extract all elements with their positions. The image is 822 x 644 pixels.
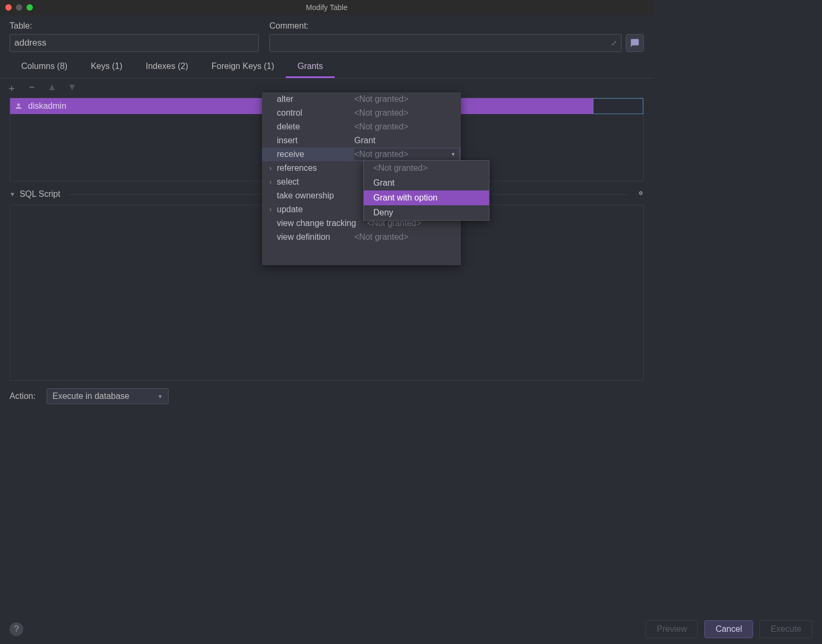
- window-controls: [5, 4, 33, 11]
- user-icon: [13, 101, 24, 111]
- tab-indexes[interactable]: Indexes (2): [134, 62, 200, 78]
- grant-user-name: diskadmin: [28, 101, 66, 111]
- perm-status-dropdown[interactable]: <Not granted> ▼: [354, 149, 459, 160]
- chevron-right-icon[interactable]: ›: [264, 164, 277, 172]
- table-name-input[interactable]: [10, 34, 259, 52]
- action-row: Action: Execute in database ▼: [0, 381, 653, 412]
- titlebar: Modify Table: [0, 0, 653, 15]
- perm-row-insert[interactable]: insert Grant: [262, 134, 461, 147]
- tab-grants[interactable]: Grants: [286, 62, 335, 78]
- action-value: Execute in database: [53, 391, 129, 401]
- collapse-icon[interactable]: ▼: [10, 191, 15, 197]
- chevron-right-icon[interactable]: ›: [264, 178, 277, 186]
- dropdown-item-not-granted[interactable]: <Not granted>: [364, 161, 489, 176]
- dropdown-item-grant-with-option[interactable]: Grant with option: [364, 190, 489, 205]
- perm-row-delete[interactable]: delete <Not granted>: [262, 120, 461, 134]
- close-window-button[interactable]: [5, 4, 12, 11]
- action-label: Action:: [10, 391, 40, 401]
- comment-input[interactable]: [269, 34, 622, 52]
- perm-row-alter[interactable]: alter <Not granted>: [262, 92, 461, 106]
- chevron-right-icon[interactable]: ›: [264, 206, 277, 213]
- comment-button[interactable]: [626, 34, 644, 52]
- tab-columns[interactable]: Columns (8): [10, 62, 79, 78]
- perm-row-receive[interactable]: receive <Not granted> ▼: [262, 147, 461, 161]
- minimize-window-button[interactable]: [16, 4, 22, 11]
- gear-icon[interactable]: [635, 189, 644, 199]
- expand-icon[interactable]: ⤢: [611, 39, 617, 47]
- table-label: Table:: [10, 21, 259, 31]
- move-up-icon: ▲: [47, 82, 57, 94]
- maximize-window-button[interactable]: [27, 4, 33, 11]
- grant-dropdown: <Not granted> Grant Grant with option De…: [363, 160, 489, 221]
- comment-label: Comment:: [269, 21, 644, 31]
- form-row: Table: Comment: ⤢: [0, 15, 653, 52]
- window-title: Modify Table: [306, 3, 347, 12]
- chevron-down-icon: ▼: [451, 152, 456, 157]
- tab-foreign-keys[interactable]: Foreign Keys (1): [200, 62, 286, 78]
- dropdown-item-grant[interactable]: Grant: [364, 176, 489, 190]
- chevron-down-icon: ▼: [158, 394, 163, 399]
- move-down-icon: ▼: [67, 82, 77, 94]
- sql-script-label: SQL Script: [20, 189, 60, 199]
- svg-point-0: [17, 103, 20, 106]
- perm-row-control[interactable]: control <Not granted>: [262, 106, 461, 120]
- action-select[interactable]: Execute in database ▼: [47, 388, 169, 404]
- tab-keys[interactable]: Keys (1): [79, 62, 134, 78]
- remove-icon[interactable]: −: [27, 82, 37, 94]
- grant-right-cell[interactable]: [593, 98, 643, 114]
- dropdown-item-deny[interactable]: Deny: [364, 205, 489, 220]
- perm-row-view-definition[interactable]: view definition <Not granted>: [262, 230, 461, 244]
- add-icon[interactable]: ＋: [6, 82, 17, 94]
- tabs: Columns (8) Keys (1) Indexes (2) Foreign…: [0, 52, 653, 79]
